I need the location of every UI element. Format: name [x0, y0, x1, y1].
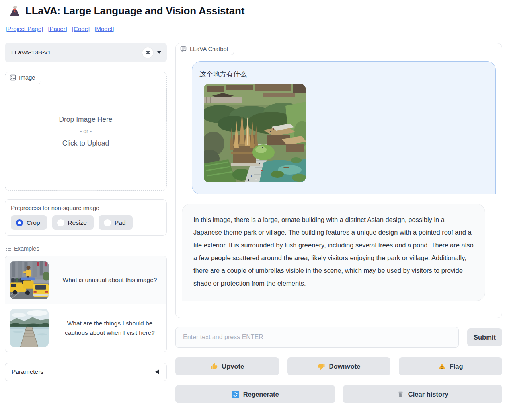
image-icon: [10, 74, 16, 81]
dropdown-arrow-icon[interactable]: [157, 51, 161, 54]
downvote-button[interactable]: Downvote: [287, 357, 391, 375]
user-uploaded-image[interactable]: [204, 84, 306, 182]
link-paper[interactable]: [Paper]: [48, 25, 67, 32]
chat-history: 这个地方有什么: [176, 43, 502, 318]
parameters-label: Parameters: [12, 368, 43, 375]
model-dropdown[interactable]: LLaVA-13B-v1: [5, 43, 167, 62]
user-message-text: 这个地方有什么: [199, 70, 488, 79]
list-icon: [6, 246, 11, 251]
llava-app: LLaVA: Large Language and Vision Assista…: [0, 0, 507, 403]
example-prompt-dock[interactable]: What are the things I should be cautious…: [53, 304, 166, 352]
examples-header: Examples: [6, 245, 167, 252]
or-text: - or -: [5, 125, 166, 137]
link-project-page[interactable]: [Project Page]: [6, 25, 43, 32]
chatbot-tab-label: LLaVA Chatbot: [190, 46, 228, 52]
click-to-upload-text: Click to Upload: [5, 137, 166, 149]
example-row-dock[interactable]: What are the things I should be cautious…: [5, 304, 166, 352]
parameters-accordion[interactable]: Parameters: [5, 363, 167, 381]
regenerate-button[interactable]: Regenerate: [176, 385, 335, 403]
upvote-button[interactable]: Upvote: [176, 357, 279, 375]
downvote-label: Downvote: [329, 363, 361, 370]
image-upload-tab: Image: [5, 72, 41, 84]
radio-resize[interactable]: [57, 219, 64, 226]
regenerate-icon: [232, 391, 239, 398]
flag-button[interactable]: Flag: [399, 357, 502, 375]
radio-crop-selected[interactable]: [16, 219, 23, 226]
example-row-taxi[interactable]: What is unusual about this image?: [5, 256, 166, 304]
regenerate-label: Regenerate: [243, 391, 279, 398]
drop-zone-text: Drop Image Here - or - Click to Upload: [5, 113, 166, 149]
page-title: LLaVA: Large Language and Vision Assista…: [25, 5, 244, 17]
chatbot-tab: LLaVA Chatbot: [176, 43, 234, 55]
radio-crop-label: Crop: [27, 219, 40, 226]
radio-pad[interactable]: [104, 219, 111, 226]
trash-icon: [397, 391, 404, 398]
bot-message-text: In this image, there is a large, ornate …: [193, 213, 474, 290]
clear-selection-icon: [145, 50, 151, 55]
chat-bubble-icon: [180, 46, 187, 52]
user-message-bubble: 这个地方有什么: [192, 61, 496, 194]
radio-option-pad[interactable]: Pad: [99, 215, 133, 230]
example-image-cell: [5, 256, 53, 304]
clear-selection-button[interactable]: [142, 47, 153, 58]
drop-image-here-text: Drop Image Here: [5, 113, 166, 125]
upvote-label: Upvote: [222, 363, 244, 370]
volcano-icon: [9, 5, 21, 17]
image-upload-area[interactable]: Image Drop Image Here - or - Click to Up…: [5, 72, 167, 191]
link-model[interactable]: [Model]: [94, 25, 114, 32]
bot-message-bubble: In this image, there is a large, ornate …: [182, 204, 485, 301]
thumbs-up-icon: [210, 363, 218, 370]
chat-column: LLaVA Chatbot 这个地方有什么: [176, 43, 502, 403]
example-image-dock: [10, 309, 49, 347]
accordion-arrow-icon: [155, 369, 159, 374]
example-image-taxi: [10, 261, 49, 299]
clear-history-button[interactable]: Clear history: [343, 385, 503, 403]
preprocess-panel: Preprocess for non-square image Crop Res…: [5, 199, 167, 236]
radio-pad-label: Pad: [115, 219, 126, 226]
radio-option-crop[interactable]: Crop: [11, 215, 47, 230]
app-header: LLaVA: Large Language and Vision Assista…: [9, 5, 502, 17]
submit-button[interactable]: Submit: [467, 328, 502, 346]
example-image-cell: [5, 304, 53, 352]
examples-table: What is unusual about this image?: [5, 256, 167, 352]
warning-icon: [438, 363, 446, 370]
flag-label: Flag: [450, 363, 463, 370]
chat-text-input[interactable]: [176, 327, 459, 348]
chatbot-panel: LLaVA Chatbot 这个地方有什么: [176, 43, 502, 318]
header-links: [Project Page] [Paper] [Code] [Model]: [6, 25, 502, 32]
clear-history-label: Clear history: [408, 391, 448, 398]
radio-option-resize[interactable]: Resize: [52, 215, 94, 230]
link-code[interactable]: [Code]: [72, 25, 90, 32]
preprocess-label: Preprocess for non-square image: [11, 204, 161, 211]
examples-label: Examples: [14, 245, 39, 252]
example-prompt-taxi[interactable]: What is unusual about this image?: [53, 256, 166, 304]
image-upload-tab-label: Image: [19, 74, 35, 81]
left-sidebar: LLaVA-13B-v1 Image: [5, 43, 167, 403]
thumbs-down-icon: [318, 363, 325, 370]
radio-resize-label: Resize: [68, 219, 87, 226]
model-dropdown-value: LLaVA-13B-v1: [11, 49, 142, 56]
